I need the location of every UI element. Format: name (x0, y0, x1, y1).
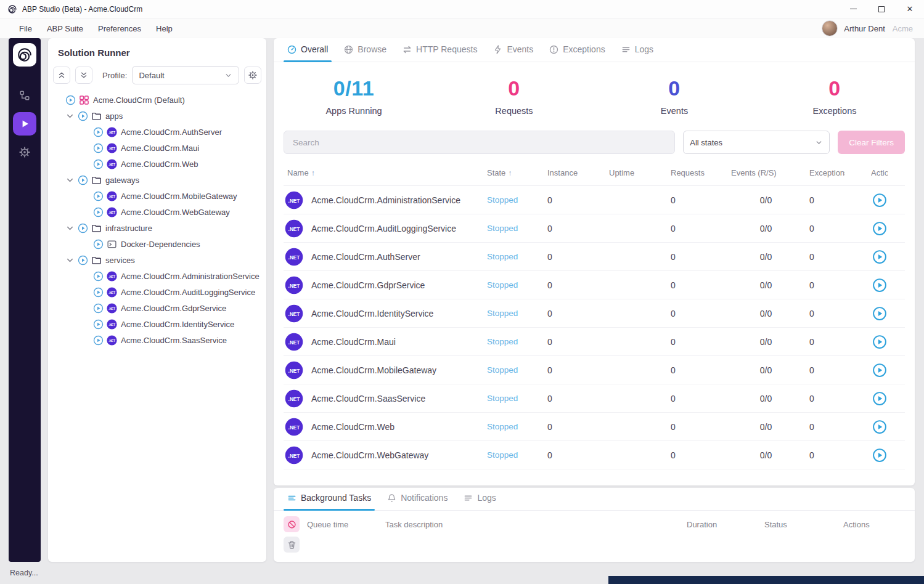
stat-value: 0 (434, 77, 594, 100)
tree-item-row[interactable]: .NET Acme.CloudCrm.IdentityService (51, 316, 264, 332)
minimize-button[interactable] (839, 0, 867, 18)
Acme.CloudCrm.AdministrationService[interactable]: .NETAcme.CloudCrm.AdministrationService … (284, 186, 905, 214)
Acme.CloudCrm.WebGateway[interactable]: .NETAcme.CloudCrm.WebGateway Stopped 0 0… (284, 441, 905, 469)
tree-item-row[interactable]: .NET Acme.CloudCrm.AdministrationService (51, 268, 264, 284)
tree-item-row[interactable]: .NET Acme.CloudCrm.SaasService (51, 332, 264, 348)
start-app-button[interactable] (872, 221, 887, 236)
Acme.CloudCrm.GdprService[interactable]: .NETAcme.CloudCrm.GdprService Stopped 0 … (284, 271, 905, 299)
Acme.CloudCrm.AuditLoggingService[interactable]: .NETAcme.CloudCrm.AuditLoggingService St… (284, 214, 905, 243)
runner-settings-button[interactable] (244, 67, 261, 84)
tab[interactable]: Background Tasks (281, 493, 377, 510)
Acme.CloudCrm.MobileGateway[interactable]: .NETAcme.CloudCrm.MobileGateway Stopped … (284, 356, 905, 384)
expand-all-button[interactable] (75, 67, 92, 84)
tab[interactable]: Events (487, 44, 539, 62)
tree-item-row[interactable]: .NET Acme.CloudCrm.WebGateway (51, 204, 264, 220)
tree-item-row[interactable]: .NET Acme.CloudCrm.MobileGateway (51, 188, 264, 204)
dotnet-icon: .NET (107, 143, 117, 153)
Acme.CloudCrm.AuthServer[interactable]: .NETAcme.CloudCrm.AuthServer Stopped 0 0… (284, 243, 905, 271)
svg-text:.NET: .NET (288, 283, 300, 289)
clear-tasks-button[interactable] (284, 537, 300, 553)
chevron-down-icon[interactable] (65, 176, 75, 185)
start-app-button[interactable] (872, 193, 887, 208)
tab[interactable]: Overall (281, 44, 334, 62)
tree-group-row[interactable]: services (51, 252, 264, 268)
play-circle-icon[interactable] (78, 111, 88, 121)
start-app-button[interactable] (872, 335, 887, 349)
profile-select[interactable]: Default (132, 66, 239, 84)
maximize-button[interactable] (867, 0, 896, 18)
settings-button[interactable] (13, 140, 36, 164)
tree-group-row[interactable]: infrastructure (51, 220, 264, 236)
menu-item[interactable]: File (12, 22, 39, 36)
state-filter-select[interactable]: All states (683, 131, 830, 154)
play-circle-icon[interactable] (93, 127, 104, 137)
header-state[interactable]: State↑ (487, 168, 547, 177)
Acme.CloudCrm.SaasService[interactable]: .NETAcme.CloudCrm.SaasService Stopped 0 … (284, 384, 905, 413)
taskbar-fragment (608, 576, 924, 584)
app-events: 0/0 (731, 224, 809, 233)
play-circle-icon[interactable] (93, 271, 104, 282)
menu-item[interactable]: Help (149, 22, 179, 36)
tab[interactable]: Notifications (381, 493, 454, 510)
tree-root-row[interactable]: Acme.CloudCrm (Default) (51, 92, 264, 108)
tree-item-row[interactable]: .NET Acme.CloudCrm.GdprService (51, 300, 264, 316)
play-circle-icon[interactable] (93, 303, 104, 314)
solution-runner-button[interactable] (13, 112, 36, 136)
play-circle-icon[interactable] (93, 191, 104, 201)
avatar[interactable] (822, 20, 838, 36)
abp-logo-icon (7, 4, 17, 14)
play-circle-icon[interactable] (93, 207, 104, 217)
cancel-tasks-button[interactable] (284, 516, 300, 532)
start-app-button[interactable] (872, 448, 887, 463)
play-circle-icon[interactable] (78, 255, 88, 266)
start-app-button[interactable] (872, 278, 887, 293)
app-requests: 0 (671, 309, 731, 318)
header-status: Status (764, 520, 843, 529)
clear-filters-button[interactable]: Clear Filters (838, 131, 905, 154)
collapse-all-button[interactable] (53, 67, 70, 84)
tree-group-row[interactable]: apps (51, 108, 264, 124)
start-app-button[interactable] (872, 391, 887, 406)
Acme.CloudCrm.IdentityService[interactable]: .NETAcme.CloudCrm.IdentityService Stoppe… (284, 299, 905, 328)
play-circle-icon[interactable] (93, 335, 104, 346)
play-circle-icon[interactable] (93, 239, 104, 249)
chevron-down-icon[interactable] (65, 112, 75, 121)
start-app-button[interactable] (872, 420, 887, 434)
solution-explorer-button[interactable] (13, 84, 36, 107)
tab[interactable]: Browse (338, 44, 393, 62)
Acme.CloudCrm.Web[interactable]: .NETAcme.CloudCrm.Web Stopped 0 0 0/0 0 (284, 413, 905, 441)
dotnet-icon: .NET (107, 127, 117, 137)
tab[interactable]: HTTP Requests (396, 44, 483, 62)
start-app-button[interactable] (872, 363, 887, 378)
tree-item-row[interactable]: .NET Acme.CloudCrm.AuditLoggingService (51, 284, 264, 300)
play-circle-icon[interactable] (78, 223, 88, 233)
close-button[interactable]: ✕ (896, 0, 924, 18)
play-circle-icon[interactable] (93, 319, 104, 330)
abp-logo-button[interactable] (13, 43, 36, 67)
tree-item-row[interactable]: .NET Acme.CloudCrm.AuthServer (51, 124, 264, 140)
tree-item-row[interactable]: Docker-Dependencies (51, 236, 264, 252)
chevron-down-icon[interactable] (65, 224, 75, 233)
play-circle-icon[interactable] (93, 287, 104, 298)
header-name[interactable]: Name↑ (284, 168, 487, 177)
panel-title: Solution Runner (48, 38, 266, 63)
search-input[interactable] (284, 131, 675, 154)
tab[interactable]: Logs (457, 493, 502, 510)
tree-item-row[interactable]: .NET Acme.CloudCrm.Maui (51, 140, 264, 156)
play-circle-icon[interactable] (93, 143, 104, 153)
chevron-down-icon (224, 71, 232, 79)
Acme.CloudCrm.Maui[interactable]: .NETAcme.CloudCrm.Maui Stopped 0 0 0/0 0 (284, 328, 905, 356)
tab[interactable]: Logs (615, 44, 660, 62)
chevron-down-icon[interactable] (65, 256, 75, 265)
play-circle-icon[interactable] (65, 95, 76, 105)
tree-item-row[interactable]: .NET Acme.CloudCrm.Web (51, 156, 264, 172)
start-app-button[interactable] (872, 249, 887, 264)
play-circle-icon[interactable] (78, 175, 88, 185)
app-name: Acme.CloudCrm.SaasService (311, 394, 425, 404)
play-circle-icon[interactable] (93, 159, 104, 169)
tree-group-row[interactable]: gateways (51, 172, 264, 188)
start-app-button[interactable] (872, 306, 887, 321)
menu-item[interactable]: ABP Suite (40, 22, 90, 36)
tab[interactable]: Exceptions (543, 44, 611, 62)
menu-item[interactable]: Preferences (91, 22, 148, 36)
